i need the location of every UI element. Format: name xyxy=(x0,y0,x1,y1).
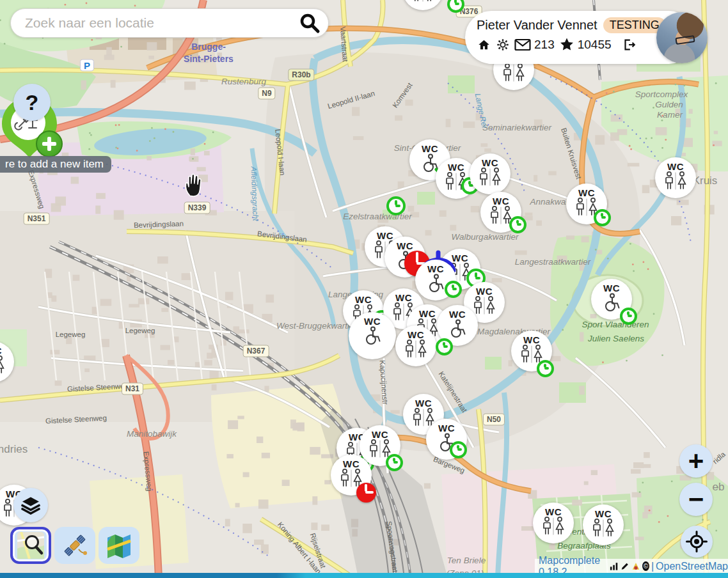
opening-hours-open-badge[interactable] xyxy=(537,360,554,377)
user-avatar[interactable] xyxy=(656,12,708,63)
message-count: 213 xyxy=(534,38,555,52)
add-item-plus-button[interactable] xyxy=(36,130,63,157)
marker-wc-label: WC xyxy=(438,423,455,433)
opening-hours-open-badge[interactable] xyxy=(436,338,453,355)
toilet-marker[interactable]: WC xyxy=(470,153,510,194)
toilets-wheelchair-icon xyxy=(600,293,623,312)
opening-hours-open-badge[interactable] xyxy=(447,0,464,13)
marker-wc-label: WC xyxy=(452,253,468,263)
search-bar xyxy=(10,8,329,38)
toilets-male-female-icon xyxy=(478,168,502,187)
opening-hours-open-badge[interactable] xyxy=(445,281,462,298)
marker-wc-label: WC xyxy=(408,330,424,340)
minus-icon: − xyxy=(688,486,704,513)
help-button[interactable]: ? xyxy=(13,84,51,121)
map-style-icon xyxy=(105,531,133,559)
osm-copyright-icon[interactable]: © xyxy=(642,561,649,571)
marker-wc-label: WC xyxy=(595,509,612,519)
background-map-button[interactable] xyxy=(99,527,139,564)
attribution-separator: | xyxy=(651,561,654,572)
search-icon[interactable] xyxy=(299,12,320,34)
toilet-marker[interactable]: WC xyxy=(395,325,436,366)
question-mark-icon: ? xyxy=(26,90,39,115)
marker-wc-label: WC xyxy=(603,283,620,293)
opening-hours-open-badge[interactable] xyxy=(620,308,637,325)
search-input[interactable] xyxy=(24,15,299,31)
edit-icon[interactable] xyxy=(621,561,629,571)
opening-hours-open-badge[interactable] xyxy=(386,196,406,215)
layers-icon xyxy=(21,496,40,515)
toilets-wheelchair-icon xyxy=(424,274,447,293)
marker-wc-label: WC xyxy=(523,335,540,345)
opening-hours-open-badge[interactable] xyxy=(594,209,611,226)
marker-wc-label: WC xyxy=(377,231,393,240)
toilets-male-female-icon xyxy=(411,0,435,3)
statistics-icon[interactable] xyxy=(610,561,619,571)
opening-hours-open-badge[interactable] xyxy=(509,216,526,233)
marker-wc-label: WC xyxy=(343,459,360,469)
marker-wc-label: WC xyxy=(667,162,684,171)
home-icon[interactable] xyxy=(477,38,491,52)
attribution-bar: Mapcomplete 0.18.2 © | OpenStreetMap xyxy=(535,559,728,574)
marker-wc-label: WC xyxy=(364,316,381,326)
toilets-male-female-icon xyxy=(472,296,496,315)
marker-wc-label: WC xyxy=(448,162,464,172)
user-name: Pieter Vander Vennet xyxy=(477,18,597,33)
toilet-marker-wheelchair[interactable]: WC xyxy=(349,312,396,359)
marker-wc-label: WC xyxy=(415,398,432,408)
marker-wc-label: WC xyxy=(395,293,412,302)
toilets-male-female-icon xyxy=(663,171,688,191)
plus-icon: + xyxy=(688,448,704,474)
marker-wc-label: WC xyxy=(419,309,436,318)
theme-icon[interactable] xyxy=(631,561,640,571)
zoom-out-button[interactable]: − xyxy=(679,483,713,516)
marker-wc-label: WC xyxy=(372,430,388,439)
star-count: 10455 xyxy=(578,38,612,52)
layers-button[interactable] xyxy=(13,488,48,522)
opening-hours-closed-badge[interactable] xyxy=(356,483,376,503)
toilet-marker[interactable]: WC xyxy=(655,157,696,198)
toilet-marker[interactable]: WC xyxy=(583,504,624,545)
star-icon[interactable] xyxy=(559,37,574,52)
bottom-progress-bar xyxy=(0,573,728,578)
toilets-male-female-icon xyxy=(591,519,615,538)
marker-wc-label: WC xyxy=(545,507,562,517)
marker-wc-label: WC xyxy=(397,241,413,251)
mapcomplete-app: Brugge-Sint-PietersRustenburgSint-Gillis… xyxy=(0,0,728,578)
marker-wc-label: WC xyxy=(427,264,444,274)
osm-link[interactable]: OpenStreetMap xyxy=(656,561,728,572)
gear-icon[interactable] xyxy=(496,38,510,52)
geolocate-icon xyxy=(686,531,708,552)
hand-cursor-icon xyxy=(181,173,205,198)
toilets-male-female-icon xyxy=(0,355,6,375)
osm-style-icon xyxy=(17,532,44,559)
marker-wc-label: WC xyxy=(0,346,2,355)
toilets-male-female-icon xyxy=(541,517,566,536)
marker-wc-label: WC xyxy=(482,158,498,168)
background-style-switcher xyxy=(10,527,139,564)
toilets-male-female-icon xyxy=(404,340,428,359)
background-osm-button[interactable] xyxy=(10,527,51,564)
marker-wc-label: WC xyxy=(578,188,595,198)
marker-wc-label: WC xyxy=(476,286,493,296)
toilet-marker[interactable]: WC xyxy=(533,503,574,543)
marker-wc-label: WC xyxy=(449,309,466,319)
geolocate-button[interactable] xyxy=(681,526,713,558)
toilets-wheelchair-icon xyxy=(361,326,384,345)
satellite-style-icon xyxy=(61,531,89,559)
marker-wc-label: WC xyxy=(493,196,509,206)
toilets-wheelchair-icon xyxy=(446,319,469,338)
marker-wc-label: WC xyxy=(422,144,438,153)
toilets-male-female-icon xyxy=(502,63,526,82)
add-item-tooltip: re to add a new item xyxy=(0,156,111,173)
testing-badge: TESTING xyxy=(603,17,666,33)
marker-wc-label: WC xyxy=(355,295,372,304)
opening-hours-open-badge[interactable] xyxy=(450,441,467,458)
background-satellite-button[interactable] xyxy=(54,527,95,564)
logout-icon[interactable] xyxy=(621,38,637,52)
mail-icon[interactable] xyxy=(514,38,531,51)
opening-hours-open-badge[interactable] xyxy=(386,454,403,471)
zoom-in-button[interactable]: + xyxy=(679,444,713,478)
